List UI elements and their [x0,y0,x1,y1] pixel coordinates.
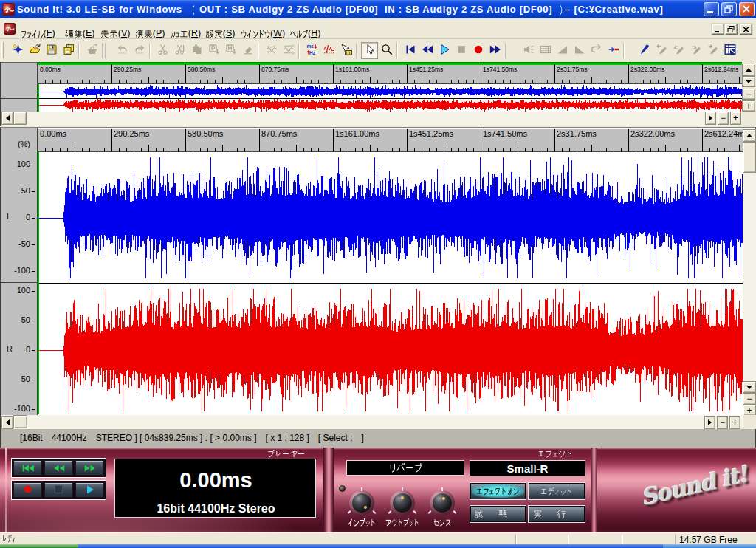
effect-button-0[interactable] [470,482,526,500]
menu-item-5[interactable]: (S) [205,18,236,38]
toolbar-button-redo[interactable] [131,42,148,59]
toolbar-button-stop[interactable] [453,42,470,59]
overview-vzoom-out-button[interactable]: − [742,89,755,100]
overview-zoom-out-button[interactable]: − [718,112,729,125]
overview-time-ruler[interactable]: 0.00ms290.25ms580.50ms870.75ms1s161.00ms… [38,65,742,84]
overview-zoom-in-button[interactable]: + [730,112,741,125]
toolbar-button-wave-expand[interactable] [263,42,280,59]
player-skip-start-button[interactable] [13,460,42,476]
main-hscrollbar[interactable]: −+ [1,415,743,430]
main-scroll-up-button[interactable] [743,129,756,142]
toolbar-button-ms-hz[interactable]: msHz [303,42,320,59]
toolbar-button-speaker[interactable] [520,42,537,59]
menu-item-1[interactable]: (E) [64,18,95,38]
start-button-edge[interactable] [0,544,78,548]
toolbar-button-open[interactable] [26,42,43,59]
toolbar-button-wave-red[interactable] [320,42,337,59]
toolbar-grip[interactable] [1,42,4,58]
toolbar-button-undo[interactable] [114,42,131,59]
toolbar-button-rewind[interactable] [419,42,436,59]
main-vscroll-thumb[interactable] [743,142,756,173]
toolbar-button-cursor-ruler[interactable] [337,42,354,59]
effect-button-3[interactable] [528,505,585,523]
toolbar-button-paste-p[interactable] [205,42,222,59]
main-waveform[interactable] [38,152,743,414]
toolbar-button-wave-shrink[interactable] [280,42,297,59]
main-scroll-left-button[interactable] [1,416,13,429]
knob-1[interactable] [390,490,415,516]
toolbar-button-erase[interactable] [239,42,256,59]
toolbar-button-skip-start[interactable] [402,42,419,59]
main-vscrollbar[interactable]: −+ [743,129,756,415]
main-zoom-in-button[interactable]: + [729,416,740,429]
toolbar-button-new[interactable] [9,42,26,59]
toolbar-button-paste[interactable] [188,42,205,59]
toolbar-button-zoom[interactable] [378,42,395,59]
ruler-tick [599,148,599,151]
overview-vscrollbar[interactable]: −+ [742,62,756,126]
toolbar-button-marker[interactable] [605,42,622,59]
restore-button[interactable] [721,2,737,16]
toolbar-button-paste-m[interactable] [222,42,239,59]
toolbar-button-pen-blue[interactable] [636,42,653,59]
close-button[interactable] [739,2,755,16]
toolbar-button-pen-next[interactable] [704,42,721,59]
ruler-tick [244,80,245,83]
main-scroll-right-button[interactable] [704,416,715,429]
toolbar-button-film[interactable] [537,42,554,59]
toolbar-button-save[interactable] [43,42,60,59]
main-vzoom-out-button[interactable]: − [743,393,756,405]
ruler-tick [399,80,400,83]
minimize-button[interactable] [704,2,719,16]
player-record-button[interactable] [13,482,42,498]
knob-0[interactable] [349,490,374,516]
menu-item-0[interactable]: (F) [20,18,56,38]
toolbar-button-pen-redo[interactable] [687,42,704,59]
toolbar-button-play[interactable] [436,42,453,59]
mdi-restore-button[interactable] [725,24,738,35]
toolbar-button-fade-out[interactable] [571,42,588,59]
effect-button-1[interactable] [528,482,585,500]
menu-item-7[interactable]: (H) [289,18,321,38]
overview-vzoom-in-button[interactable]: + [742,100,755,112]
ruler-tick [215,148,216,151]
overview-scroll-left-button[interactable] [1,112,13,125]
overview-scroll-up-button[interactable] [742,64,755,76]
menu-item-4[interactable]: (R) [170,18,202,38]
toolbar-button-record[interactable] [470,42,487,59]
toolbar-button-fade-in[interactable] [554,42,571,59]
toolbar-button-ffwd[interactable] [487,42,504,59]
overview-scroll-right-button[interactable] [705,112,716,125]
toolbar-button-cut-wave[interactable] [171,42,188,59]
overview-scroll-down-button[interactable] [742,76,755,87]
player-play-button[interactable] [75,482,104,498]
player-stop-button[interactable] [44,482,73,498]
overview-hscrollbar[interactable]: −+ [1,112,742,126]
main-scroll-down-button[interactable] [743,381,756,393]
main-hscroll-thumb[interactable] [13,415,27,428]
menu-item-3[interactable]: (P) [134,18,165,38]
toolbar-button-pen-undo[interactable] [670,42,687,59]
menu-item-2[interactable]: (V) [100,18,131,38]
knob-2[interactable] [430,490,455,516]
toolbar-button-pen-prev[interactable] [653,42,670,59]
toolbar-button-select[interactable] [361,42,378,59]
toolbar-button-save-copy[interactable] [60,42,77,59]
toolbar-button-record-file[interactable] [83,42,100,59]
player-ffwd-button[interactable] [75,460,104,476]
effect-button-2[interactable] [470,505,526,523]
toolbar-button-loop[interactable] [588,42,605,59]
main-zoom-out-button[interactable]: − [717,416,728,429]
mdi-minimize-button[interactable] [712,24,724,35]
mdi-close-button[interactable] [740,24,752,35]
main-vzoom-in-button[interactable]: + [743,405,756,416]
player-rewind-button[interactable] [44,460,73,476]
effect-section-label [537,450,573,458]
overview-waveform[interactable] [38,84,742,112]
menu-item-6[interactable]: (W) [240,18,286,38]
toolbar-button-list-grid[interactable] [721,42,738,59]
ruler-tick [414,148,415,151]
overview-hscroll-thumb[interactable] [13,112,27,125]
main-time-ruler[interactable]: 0.00ms290.25ms580.50ms870.75ms1s161.00ms… [38,129,743,152]
toolbar-button-cut[interactable] [154,42,171,59]
